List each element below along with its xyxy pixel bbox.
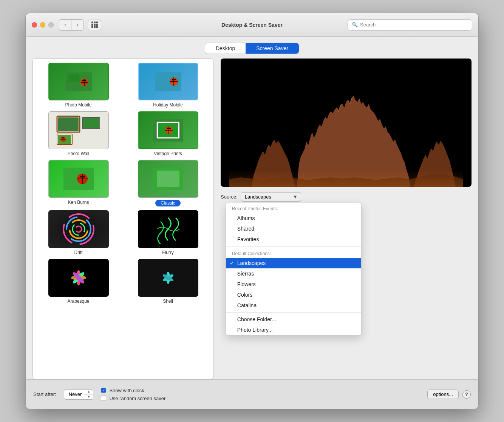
saver-grid: Photo Mobile <box>37 63 210 304</box>
menu-item-shared[interactable]: Shared <box>226 223 361 234</box>
menu-item-colors[interactable]: Colors <box>226 290 361 300</box>
svg-point-12 <box>172 79 173 80</box>
tab-screen-saver[interactable]: Screen Saver <box>246 43 299 54</box>
main-content: Photo Mobile <box>26 59 478 379</box>
random-saver-checkbox[interactable] <box>101 396 106 401</box>
menu-header-recent: Recent Photos Events: <box>226 203 361 213</box>
start-after-dropdown[interactable]: Never ▲ ▼ <box>64 389 94 400</box>
source-dropdown[interactable]: Landscapes ▼ <box>241 192 301 202</box>
saver-item-shell[interactable]: Shell <box>126 259 210 304</box>
svg-rect-16 <box>58 117 79 131</box>
forward-button[interactable]: › <box>71 20 83 30</box>
menu-item-favorites[interactable]: Favorites <box>226 234 361 245</box>
saver-thumb-vintage-prints <box>138 111 198 149</box>
saver-label-photo-wall: Photo Wall <box>68 151 90 156</box>
saver-label-drift: Drift <box>74 250 83 255</box>
right-panel: Source: Landscapes ▼ Recent Photos Event… <box>214 59 472 379</box>
saver-thumb-flurry <box>138 210 198 248</box>
grid-view-button[interactable] <box>88 20 101 30</box>
saver-item-classic[interactable]: Classic <box>126 160 210 206</box>
saver-thumb-shell <box>138 259 198 297</box>
options-button[interactable]: options... <box>427 390 459 399</box>
saver-label-holiday-mobile: Holiday Mobile <box>153 102 183 108</box>
window-title: Desktop & Screen Saver <box>221 22 283 28</box>
saver-item-photo-mobile[interactable]: Photo Mobile <box>37 63 120 108</box>
source-row: Source: Landscapes ▼ Recent Photos Event… <box>221 192 472 202</box>
saver-item-flurry[interactable]: Flurry <box>126 210 210 255</box>
menu-header-collections: Default Collections: <box>226 248 361 258</box>
start-after-label: Start after: <box>33 391 56 397</box>
bottom-bar: Start after: Never ▲ ▼ ✓ Show with clock… <box>26 379 478 409</box>
saver-thumb-holiday-mobile <box>138 63 198 100</box>
svg-point-7 <box>85 80 86 81</box>
show-with-clock-label: Show with clock <box>109 388 144 393</box>
back-button[interactable]: ‹ <box>59 20 71 30</box>
saver-item-ken-burns[interactable]: Ken Burns <box>37 160 120 206</box>
grid-icon <box>91 22 98 28</box>
saver-thumb-arabesque <box>48 259 109 297</box>
svg-point-41 <box>63 214 94 244</box>
source-label: Source: <box>221 194 238 200</box>
svg-point-24 <box>63 137 64 138</box>
source-dropdown-menu: Recent Photos Events: Albums Shared Favo… <box>226 203 362 336</box>
check-icon: ✓ <box>230 260 234 266</box>
menu-divider-1 <box>226 246 361 246</box>
svg-point-43 <box>68 219 89 240</box>
source-dropdown-container: Landscapes ▼ Recent Photos Events: Album… <box>241 192 301 202</box>
menu-item-landscapes[interactable]: ✓ Landscapes <box>226 258 361 268</box>
saver-label-photo-mobile: Photo Mobile <box>65 102 91 108</box>
menu-item-catalina[interactable]: Catalina <box>226 300 361 311</box>
svg-point-6 <box>82 80 84 81</box>
saver-item-drift[interactable]: Drift <box>37 210 120 255</box>
help-button[interactable]: ? <box>462 390 471 399</box>
svg-point-45 <box>76 226 82 232</box>
menu-item-sierras[interactable]: Sierras <box>226 268 361 279</box>
saver-list: Photo Mobile <box>32 59 214 379</box>
minimize-button[interactable] <box>40 22 45 28</box>
stepper-down-icon[interactable]: ▼ <box>84 394 93 399</box>
show-with-clock-row: ✓ Show with clock <box>101 388 165 393</box>
saver-label-ken-burns: Ken Burns <box>68 200 89 205</box>
menu-item-flowers[interactable]: Flowers <box>226 279 361 290</box>
saver-label-vintage-prints: Vintage Prints <box>154 151 182 156</box>
saver-label-flurry: Flurry <box>162 250 174 255</box>
random-saver-row: Use random screen saver <box>101 396 165 401</box>
menu-item-photo-library[interactable]: Photo Library... <box>226 325 361 335</box>
svg-rect-40 <box>157 171 179 187</box>
saver-thumb-ken-burns <box>48 160 109 198</box>
never-value: Never <box>69 391 82 397</box>
bottom-checkboxes: ✓ Show with clock Use random screen save… <box>101 388 165 401</box>
saver-thumb-drift <box>48 210 109 248</box>
svg-point-13 <box>174 79 176 80</box>
saver-item-vintage-prints[interactable]: Vintage Prints <box>126 111 210 156</box>
close-button[interactable] <box>32 22 37 28</box>
saver-item-holiday-mobile[interactable]: Holiday Mobile <box>126 63 210 108</box>
nav-buttons: ‹ › <box>59 19 84 31</box>
menu-item-albums[interactable]: Albums <box>226 213 361 223</box>
svg-point-31 <box>167 128 169 129</box>
search-input[interactable] <box>360 22 468 28</box>
stepper-up-icon[interactable]: ▲ <box>84 390 93 395</box>
svg-point-23 <box>62 137 63 138</box>
search-icon: 🔍 <box>352 22 358 28</box>
chevron-down-icon: ▼ <box>293 194 298 200</box>
stepper[interactable]: ▲ ▼ <box>84 390 93 399</box>
svg-point-44 <box>70 221 87 237</box>
search-bar[interactable]: 🔍 <box>348 19 472 31</box>
saver-label-shell: Shell <box>163 299 173 304</box>
show-with-clock-checkbox[interactable]: ✓ <box>101 388 106 393</box>
tab-desktop[interactable]: Desktop <box>205 43 246 54</box>
random-saver-label: Use random screen saver <box>109 396 165 401</box>
traffic-lights <box>32 22 54 28</box>
titlebar: ‹ › Desktop & Screen Saver 🔍 <box>26 13 478 37</box>
bottom-right: options... ? <box>427 390 471 399</box>
saver-item-arabesque[interactable]: Arabesque <box>37 259 120 304</box>
maximize-button[interactable] <box>48 22 54 28</box>
main-window: ‹ › Desktop & Screen Saver 🔍 Desktop Scr… <box>25 13 479 409</box>
svg-point-42 <box>62 212 96 246</box>
saver-label-classic: Classic <box>155 200 181 206</box>
saver-thumb-photo-mobile <box>48 63 109 100</box>
saver-item-photo-wall[interactable]: Photo Wall <box>37 111 120 156</box>
menu-divider-2 <box>226 312 361 313</box>
menu-item-choose-folder[interactable]: Choose Folder... <box>226 314 361 325</box>
